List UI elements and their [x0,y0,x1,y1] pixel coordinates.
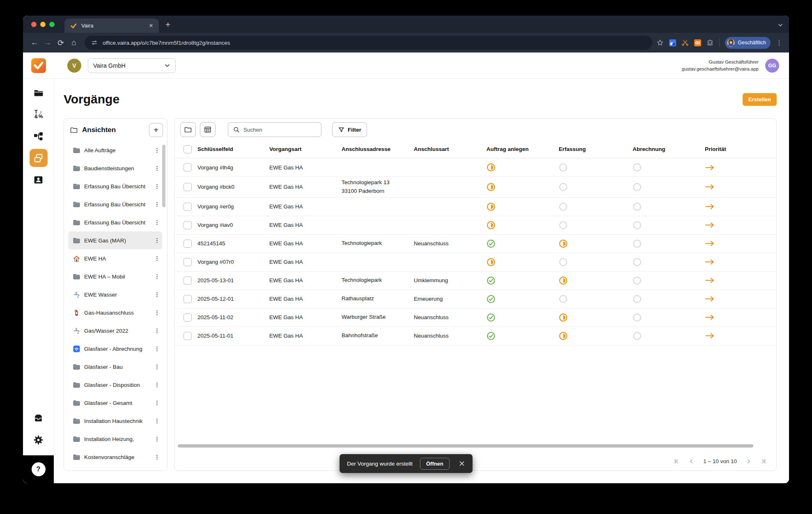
view-list-item[interactable]: Gas-Hausanschluss [68,304,162,322]
extensions-puzzle-icon[interactable] [706,39,714,46]
last-page-icon[interactable] [760,458,767,465]
browser-tab[interactable]: Vaira ✕ [64,18,159,33]
table-row[interactable]: 2025-05-11-01 EWE Gas HA Bahnhofstraße N… [174,327,776,345]
extension-orange-icon[interactable] [694,39,701,46]
view-list-item[interactable]: Installation Haustechnik [68,412,162,430]
row-checkbox[interactable] [184,332,192,340]
view-item-menu-icon[interactable] [154,201,161,208]
view-list-item[interactable]: Glasfaser - Disposition [68,376,162,394]
priority-arrow-icon[interactable] [702,277,776,283]
priority-arrow-icon[interactable] [702,222,776,228]
row-checkbox[interactable] [184,295,192,303]
rail-contacts-icon[interactable] [30,171,48,189]
view-item-menu-icon[interactable] [154,219,161,226]
view-item-menu-icon[interactable] [154,363,161,370]
view-list-item[interactable]: Glasfaser - Bau [68,358,162,376]
view-item-menu-icon[interactable] [154,291,161,298]
table-row[interactable]: 2025-05-12-01 EWE Gas HA Rathausplatz Er… [174,290,776,308]
row-checkbox[interactable] [184,313,192,322]
minimize-window-button[interactable] [40,22,46,27]
toast-open-button[interactable]: Öffnen [420,458,450,470]
priority-arrow-icon[interactable] [702,164,776,171]
extension-blue-icon[interactable] [669,39,676,46]
priority-arrow-icon[interactable] [702,240,776,247]
view-item-menu-icon[interactable] [154,183,161,190]
search-input[interactable] [243,127,317,133]
site-settings-icon[interactable] [90,39,99,46]
table-row[interactable]: Vorgang #lh4g EWE Gas HA [174,158,776,177]
view-list-item[interactable]: EWE Wasser [68,286,162,304]
close-window-button[interactable] [31,22,37,27]
filter-button[interactable]: Filter [332,122,367,137]
reload-button[interactable]: ⟳ [54,36,67,49]
view-list-item[interactable]: EWE HA [68,249,162,267]
table-row[interactable]: Vorgang #er0g EWE Gas HA [174,198,776,216]
table-row[interactable]: 452145145 EWE Gas HA Technologiepark Neu… [174,235,776,253]
browser-profile-chip[interactable]: Geschäftlich [725,37,771,49]
view-list-item[interactable]: Erfassung Bau Übersicht [68,195,162,213]
org-select[interactable]: Vaira GmbH [88,58,176,73]
view-item-menu-icon[interactable] [154,273,161,280]
row-checkbox[interactable] [184,221,192,229]
priority-arrow-icon[interactable] [702,314,776,320]
back-button[interactable]: ← [28,36,41,49]
select-all-checkbox[interactable] [184,145,192,153]
first-page-icon[interactable] [673,458,680,465]
view-list-item[interactable]: Kostenvoranschläge [68,448,162,466]
views-scrollbar[interactable] [162,145,165,207]
table-row[interactable]: Vorgang #07r0 EWE Gas HA [174,253,776,272]
row-checkbox[interactable] [184,163,192,171]
row-checkbox[interactable] [184,183,192,191]
view-item-menu-icon[interactable] [154,237,161,244]
home-button[interactable]: ⌂ [67,36,80,49]
view-list-item[interactable]: Erfassung Bau Übersicht [68,213,162,231]
view-list-item[interactable]: Glasfaser - Gesamt [68,394,162,412]
table-view-button[interactable] [200,122,216,137]
url-bar[interactable]: office.vaira.app/o/c7be7mnm5f1rdro8tg2g/… [85,36,652,50]
create-button[interactable]: Erstellen [743,93,777,106]
bookmark-star-icon[interactable] [656,39,664,46]
view-item-menu-icon[interactable] [154,400,161,407]
table-row[interactable]: Vorgang #iav0 EWE Gas HA [174,216,776,235]
add-view-button[interactable]: + [149,123,163,137]
tab-close-icon[interactable]: ✕ [147,22,155,30]
view-item-menu-icon[interactable] [154,345,161,352]
row-checkbox[interactable] [184,276,192,285]
rail-projects-folder-icon[interactable] [30,84,48,102]
view-item-menu-icon[interactable] [154,454,161,461]
help-button[interactable]: ? [32,462,46,476]
maximize-window-button[interactable] [49,22,55,27]
view-item-menu-icon[interactable] [154,309,161,316]
toast-close-icon[interactable] [457,459,467,468]
view-list-item[interactable]: Erfassung Bau Übersicht [68,177,162,195]
priority-arrow-icon[interactable] [702,296,776,302]
priority-arrow-icon[interactable] [702,259,776,265]
rail-data-types-icon[interactable]: T♪&% [30,105,48,123]
view-item-menu-icon[interactable] [154,418,161,425]
table-row[interactable]: 2025-05-11-02 EWE Gas HA Warburger Straß… [174,308,776,327]
view-item-menu-icon[interactable] [154,436,161,443]
view-item-menu-icon[interactable] [154,255,161,262]
view-list-item[interactable]: Gas/Wasser 2022 [68,322,162,340]
view-list-item[interactable]: Installation Heizung, [68,430,162,448]
row-checkbox[interactable] [184,203,192,211]
view-list-item[interactable]: Alle Aufträge [68,141,162,159]
view-list-item[interactable]: EWE Gas (MAR) [68,231,162,249]
rail-instances-icon-active[interactable] [30,149,48,167]
table-row[interactable]: Vorgang #bck0 EWE Gas HA Technologiepark… [174,177,776,198]
row-checkbox[interactable] [184,258,192,266]
table-row[interactable]: 2025-05-13-01 EWE Gas HA Technologiepark… [174,272,776,290]
tab-list-chevron-icon[interactable] [778,22,783,33]
forward-button[interactable]: → [41,36,54,49]
view-list-item[interactable]: Glasfaser - Abrechnung [68,340,162,358]
new-tab-button[interactable]: + [159,20,170,33]
browser-menu-icon[interactable]: ⋮ [776,39,782,47]
group-view-button[interactable] [180,122,196,137]
horizontal-scrollbar[interactable] [178,444,753,448]
view-item-menu-icon[interactable] [154,382,161,388]
rail-workflow-icon[interactable] [30,127,48,145]
extension-scissors-icon[interactable] [681,39,689,46]
next-page-icon[interactable] [745,458,752,465]
priority-arrow-icon[interactable] [702,203,776,210]
view-list-item[interactable]: EWE HA – Mobil [68,267,162,286]
